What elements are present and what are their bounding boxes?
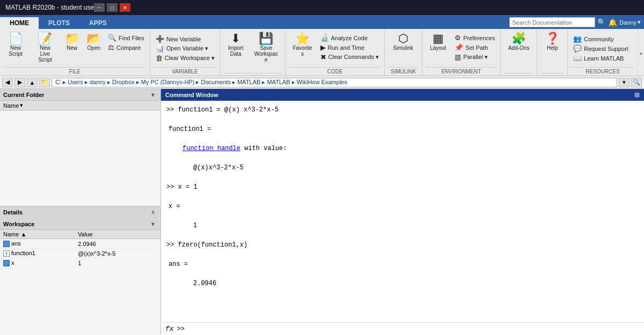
function-icon: f (3, 250, 10, 257)
back-button[interactable]: ◀ (2, 78, 13, 87)
workspace-row[interactable]: ffunction1@(x)x^3-2*x-5 (0, 249, 160, 258)
output-text: ans = (169, 260, 188, 268)
cmd-line (166, 153, 639, 163)
cmd-line: ans = (166, 259, 639, 269)
compare-icon: ⚖ (108, 43, 114, 51)
new-script-button[interactable]: 📄 NewScript (3, 31, 28, 58)
simulink-button[interactable]: ⬡ Simulink (388, 31, 418, 53)
minimize-button[interactable]: − (94, 3, 105, 12)
tab-apps[interactable]: APPS (79, 17, 116, 29)
browse-button[interactable]: 📁 (39, 78, 50, 87)
ribbon-section-code: ⭐ Favorites 🔬 Analyze Code ▶ Run and Tim… (286, 30, 385, 76)
new-button[interactable]: 📁 New (62, 31, 82, 53)
workspace-panel: Workspace ▾ Name ▲ Value ans2.0946ffunct… (0, 218, 160, 335)
forward-button[interactable]: ▶ (14, 78, 25, 87)
simulink-icon: ⬡ (398, 33, 408, 44)
tab-home[interactable]: HOME (0, 17, 39, 29)
search-input[interactable] (509, 17, 595, 27)
details-collapse-button[interactable]: ∧ (149, 208, 157, 217)
layout-button[interactable]: ▦ Layout (426, 31, 450, 53)
cmd-line: x = (166, 202, 639, 211)
command-window-header: Command Window ⊞ (161, 89, 644, 101)
import-data-button[interactable]: ⬇ ImportData (223, 31, 248, 58)
user-button[interactable]: Danny ▾ (619, 19, 641, 26)
help-button[interactable]: ❓ Help (540, 31, 564, 53)
ribbon-collapse-button[interactable]: ▲ (638, 30, 644, 76)
ws-row-value: @(x)x^3-2*x-5 (75, 249, 160, 258)
run-and-time-button[interactable]: ▶ Run and Time (318, 43, 382, 52)
cmd-window-expand-button[interactable]: ⊞ (634, 91, 640, 99)
left-panel: Current Folder ▾ Name ▾ (0, 89, 161, 335)
output-text: function1 = (169, 125, 211, 133)
search-path-button[interactable]: 🔍 (631, 78, 642, 87)
cmd-text: function1 = @(x) x^3-2*x-5 (178, 106, 279, 114)
fx-symbol: fx (165, 325, 174, 333)
cmd-prompt-footer[interactable]: >> (177, 325, 185, 333)
prompt-prefix: >> (166, 106, 178, 114)
find-files-icon: 🔍 (108, 34, 116, 42)
open-button[interactable]: 📂 Open (84, 31, 104, 53)
import-section-label (223, 73, 282, 76)
add-ons-icon: 🧩 (511, 33, 526, 44)
open-variable-button[interactable]: 📊 Open Variable ▾ (153, 44, 217, 53)
workspace-row[interactable]: ans2.0946 (0, 239, 160, 249)
import-data-icon: ⬇ (231, 33, 240, 44)
help-section-label (540, 73, 564, 76)
clear-commands-button[interactable]: ✖ Clear Commands ▾ (318, 53, 382, 62)
ws-value-col: Value (75, 230, 160, 239)
file-section-label: FILE (3, 67, 147, 76)
workspace-row[interactable]: x1 (0, 258, 160, 268)
path-display[interactable]: C: ▸ Users ▸ danny ▸ Dropbox ▸ My PC (Da… (52, 78, 617, 87)
new-variable-button[interactable]: ➕ New Variable (153, 34, 217, 43)
ws-name-col[interactable]: Name ▲ (0, 230, 75, 239)
search-icon[interactable]: 🔍 (597, 18, 606, 26)
name-column-header[interactable]: Name ▾ (0, 101, 160, 110)
variable-section-label: VARIABLE (153, 67, 217, 76)
workspace-menu-button[interactable]: ▾ (149, 220, 157, 228)
ws-row-name: ffunction1 (0, 249, 75, 258)
analyze-code-button[interactable]: 🔬 Analyze Code (318, 33, 382, 42)
output-text: x = (169, 203, 180, 210)
learn-matlab-button[interactable]: 📖 Learn MATLAB (571, 54, 631, 63)
parallel-icon: ▥ (455, 53, 461, 61)
tab-plots[interactable]: PLOTS (39, 17, 79, 29)
maximize-button[interactable]: □ (107, 3, 118, 12)
clear-commands-icon: ✖ (320, 53, 326, 61)
details-label: Details (3, 209, 23, 215)
save-workspace-button[interactable]: 💾 SaveWorkspace (250, 31, 282, 64)
compare-button[interactable]: ⚖ Compare (106, 43, 147, 52)
notification-icon[interactable]: 🔔 (608, 18, 617, 27)
community-icon: 👥 (573, 35, 582, 43)
close-button[interactable]: ✕ (120, 3, 130, 12)
new-live-script-button[interactable]: 📝 NewLive Script (30, 31, 60, 64)
function-handle-link[interactable]: function_handle (182, 145, 240, 152)
favorites-button[interactable]: ⭐ Favorites (289, 31, 316, 58)
app-title: MATLAB R2020b - student use (5, 4, 94, 11)
request-support-icon: 💬 (573, 44, 582, 53)
preferences-icon: ⚙ (455, 34, 461, 42)
preferences-button[interactable]: ⚙ Preferences (452, 33, 497, 42)
parallel-button[interactable]: ▥ Parallel ▾ (452, 53, 497, 62)
up-button[interactable]: ▲ (27, 78, 38, 87)
clear-workspace-button[interactable]: 🗑 Clear Workspace ▾ (153, 54, 217, 63)
current-folder-actions: ▾ (149, 91, 157, 99)
ribbon: 📄 NewScript 📝 NewLive Script 📁 New 📂 Ope… (0, 29, 644, 76)
cmd-line (166, 211, 639, 221)
ws-row-value: 2.0946 (75, 239, 160, 249)
add-ons-button[interactable]: 🧩 Add-Ons (504, 31, 534, 53)
request-support-button[interactable]: 💬 Request Support (571, 44, 631, 53)
new-script-icon: 📄 (9, 33, 23, 44)
current-folder-menu-button[interactable]: ▾ (149, 91, 157, 99)
set-path-button[interactable]: 📌 Set Path (452, 43, 497, 52)
path-dropdown-button[interactable]: ▾ (619, 78, 630, 87)
output-value: 2.0946 (193, 280, 216, 287)
save-workspace-icon: 💾 (259, 33, 273, 44)
variable-icon (3, 241, 10, 247)
command-window-body[interactable]: >> function1 = @(x) x^3-2*x-5 function1 … (161, 101, 644, 322)
community-button[interactable]: 👥 Community (571, 34, 631, 43)
prompt-prefix: >> (166, 241, 178, 249)
find-files-button[interactable]: 🔍 Find Files (106, 33, 147, 42)
favorites-icon: ⭐ (295, 33, 310, 44)
open-variable-icon: 📊 (156, 44, 164, 53)
clear-workspace-icon: 🗑 (156, 54, 163, 62)
